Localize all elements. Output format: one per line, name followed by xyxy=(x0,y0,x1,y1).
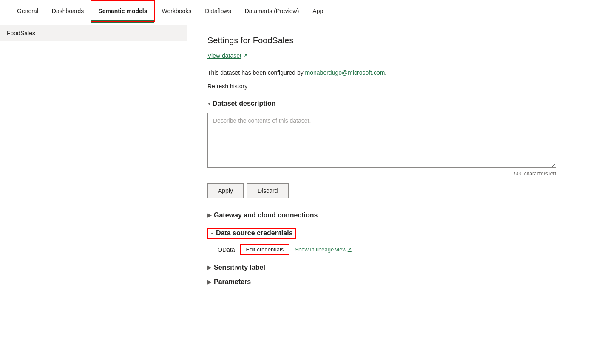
top-navigation: General Dashboards Semantic models Workb… xyxy=(0,0,610,22)
dataset-description-chevron: ◂ xyxy=(207,101,210,107)
nav-item-workbooks[interactable]: Workbooks xyxy=(155,1,198,21)
view-dataset-link[interactable]: View dataset ↗ xyxy=(207,52,247,59)
show-lineage-link[interactable]: Show in lineage view ↗ xyxy=(295,246,351,253)
datasource-credentials-title: Data source credentials xyxy=(216,229,293,237)
datasource-chevron: ◂ xyxy=(211,230,213,236)
refresh-history-link[interactable]: Refresh history xyxy=(207,83,247,90)
main-layout: FoodSales Settings for FoodSales View da… xyxy=(0,22,610,364)
nav-item-semantic-models[interactable]: Semantic models xyxy=(91,1,154,21)
apply-button[interactable]: Apply xyxy=(207,183,244,198)
dataset-description-title: Dataset description xyxy=(213,100,275,107)
parameters-section-header[interactable]: ▶ Parameters xyxy=(207,278,590,286)
gateway-chevron: ▶ xyxy=(207,212,211,218)
lineage-external-icon: ↗ xyxy=(348,247,352,252)
parameters-chevron: ▶ xyxy=(207,279,211,285)
main-content: Settings for FoodSales View dataset ↗ Th… xyxy=(187,22,610,364)
edit-credentials-button[interactable]: Edit credentials xyxy=(240,244,289,255)
char-count: 500 characters left xyxy=(207,171,556,177)
nav-item-dataflows[interactable]: Dataflows xyxy=(198,1,238,21)
config-email[interactable]: monaberdugo@microsoft.com xyxy=(305,69,385,76)
odata-label: OData xyxy=(218,246,235,253)
sidebar-item-foodsales[interactable]: FoodSales xyxy=(0,25,187,41)
sensitivity-section-title: Sensitivity label xyxy=(214,264,265,271)
datasource-section: ◂ Data source credentials OData Edit cre… xyxy=(207,228,590,255)
description-textarea[interactable] xyxy=(207,113,556,168)
page-title: Settings for FoodSales xyxy=(207,36,590,45)
parameters-section-title: Parameters xyxy=(214,278,251,286)
gateway-section-title: Gateway and cloud connections xyxy=(214,212,318,219)
odata-row: OData Edit credentials Show in lineage v… xyxy=(207,244,590,255)
nav-item-app[interactable]: App xyxy=(306,1,330,21)
action-buttons: Apply Discard xyxy=(207,183,590,198)
nav-item-datamarts[interactable]: Datamarts (Preview) xyxy=(238,1,306,21)
sidebar: FoodSales xyxy=(0,22,187,364)
nav-item-general[interactable]: General xyxy=(10,1,45,21)
sensitivity-chevron: ▶ xyxy=(207,265,211,271)
dataset-description-header[interactable]: ◂ Dataset description xyxy=(207,100,590,107)
datasource-credentials-header[interactable]: ◂ Data source credentials xyxy=(207,228,296,239)
external-link-icon: ↗ xyxy=(243,53,247,59)
config-text: This dataset has been configured by mona… xyxy=(207,69,590,76)
nav-item-dashboards[interactable]: Dashboards xyxy=(45,1,91,21)
sensitivity-section-header[interactable]: ▶ Sensitivity label xyxy=(207,264,590,271)
discard-button[interactable]: Discard xyxy=(247,183,288,198)
gateway-section-header[interactable]: ▶ Gateway and cloud connections xyxy=(207,212,590,219)
